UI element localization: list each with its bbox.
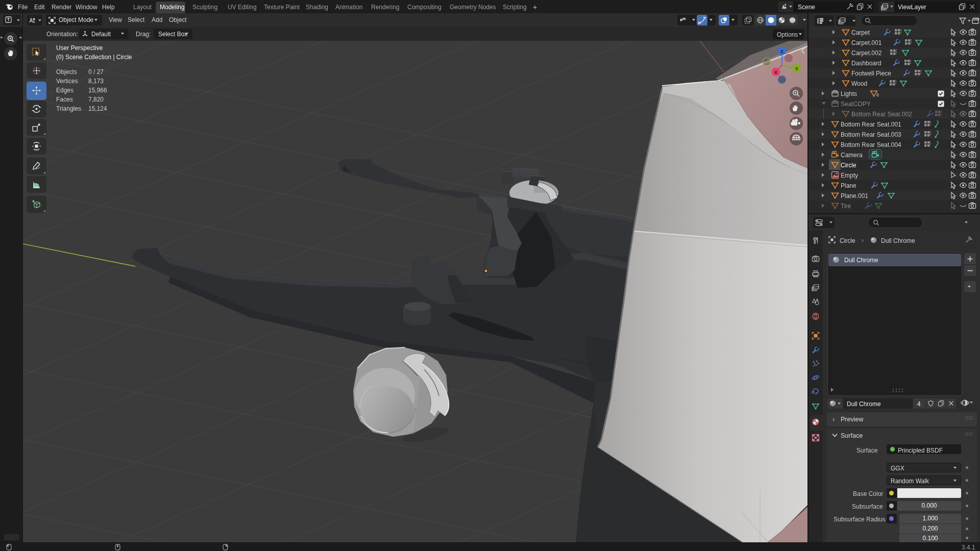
svg-text:Z: Z (780, 48, 783, 54)
svg-text:X: X (774, 69, 778, 75)
svg-text:Y: Y (795, 66, 799, 71)
